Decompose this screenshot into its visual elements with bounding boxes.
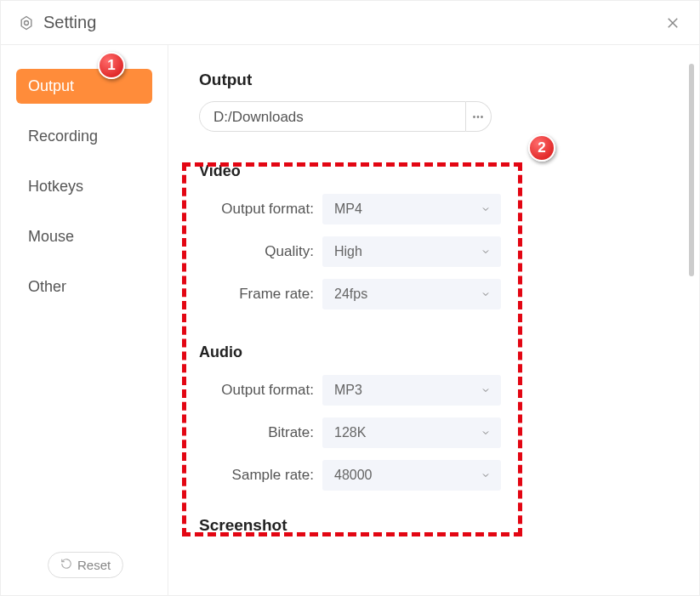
reset-button[interactable]: Reset: [48, 552, 123, 578]
video-framerate-label: Frame rate:: [199, 286, 322, 303]
content-panel: Output D:/Downloads ••• Video Output for…: [168, 45, 699, 596]
video-format-label: Output format:: [199, 201, 322, 218]
svg-marker-0: [21, 16, 31, 29]
audio-format-value: MP3: [334, 383, 362, 398]
gear-icon: [18, 14, 35, 31]
sidebar-item-recording[interactable]: Recording: [16, 119, 152, 154]
sidebar-item-mouse[interactable]: Mouse: [16, 219, 152, 254]
audio-bitrate-value: 128K: [334, 425, 366, 440]
chevron-down-icon: [481, 204, 491, 214]
header: Setting: [1, 1, 699, 45]
audio-samplerate-value: 48000: [334, 468, 373, 483]
browse-button[interactable]: •••: [466, 101, 492, 132]
video-quality-select[interactable]: High: [322, 236, 501, 267]
sidebar-item-hotkeys[interactable]: Hotkeys: [16, 169, 152, 204]
audio-samplerate-select[interactable]: 48000: [322, 460, 501, 491]
ellipsis-icon: •••: [473, 112, 485, 122]
audio-samplerate-label: Sample rate:: [199, 467, 322, 484]
screenshot-section-title: Screenshot: [199, 516, 669, 535]
window-title: Setting: [43, 13, 96, 32]
svg-point-1: [25, 20, 29, 25]
reset-label: Reset: [77, 558, 111, 572]
chevron-down-icon: [481, 428, 491, 438]
video-framerate-select[interactable]: 24fps: [322, 279, 501, 309]
reset-icon: [60, 558, 72, 572]
video-quality-value: High: [334, 244, 362, 259]
chevron-down-icon: [481, 247, 491, 257]
audio-bitrate-label: Bitrate:: [199, 424, 322, 441]
annotation-callout-2: 2: [528, 134, 555, 162]
video-format-value: MP4: [334, 202, 362, 217]
video-format-select[interactable]: MP4: [322, 194, 501, 224]
video-section-title: Video: [199, 162, 669, 180]
sidebar: Output Recording Hotkeys Mouse Other Res…: [1, 45, 168, 596]
audio-section-title: Audio: [199, 343, 669, 361]
output-path-field[interactable]: D:/Downloads: [199, 101, 466, 132]
scrollbar[interactable]: [689, 64, 694, 276]
chevron-down-icon: [481, 470, 491, 480]
audio-format-select[interactable]: MP3: [322, 375, 501, 406]
video-framerate-value: 24fps: [334, 287, 367, 302]
sidebar-item-other[interactable]: Other: [16, 270, 152, 304]
chevron-down-icon: [481, 385, 491, 395]
sidebar-item-output[interactable]: Output: [16, 69, 152, 104]
audio-bitrate-select[interactable]: 128K: [322, 417, 501, 448]
close-button[interactable]: [663, 14, 682, 32]
: Output format:: [199, 382, 322, 399]
output-section-title: Output: [199, 71, 669, 89]
video-quality-label: Quality:: [199, 243, 322, 260]
chevron-down-icon: [481, 289, 491, 299]
annotation-callout-1: 1: [98, 52, 125, 79]
